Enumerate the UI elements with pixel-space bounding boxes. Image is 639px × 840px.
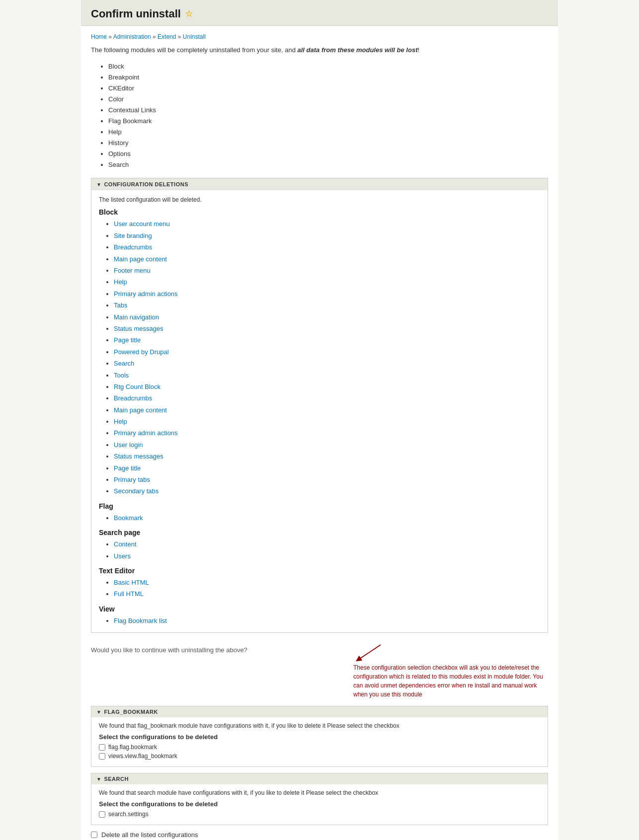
list-item: Primary admin actions xyxy=(114,288,540,300)
list-item: Status messages xyxy=(114,323,540,334)
breadcrumb-home[interactable]: Home xyxy=(91,33,107,40)
list-item: Breadcrumbs xyxy=(114,241,540,253)
config-note: The listed configuration will be deleted… xyxy=(99,196,540,203)
list-item: Primary tabs xyxy=(114,474,540,485)
list-item: Tools xyxy=(114,370,540,381)
star-icon[interactable]: ☆ xyxy=(185,8,193,19)
list-item: User account menu xyxy=(114,218,540,229)
list-item: Search xyxy=(108,159,548,170)
list-item: Help xyxy=(114,276,540,288)
flag-bookmark-checkbox-input-2[interactable] xyxy=(99,753,105,760)
list-item: CKEditor xyxy=(108,83,548,94)
delete-all-label: Delete all the listed configurations xyxy=(101,831,198,839)
list-item: Block xyxy=(108,61,548,72)
search-checkbox-input-1[interactable] xyxy=(99,811,105,818)
list-item: Users xyxy=(114,550,540,562)
delete-all-checkbox[interactable] xyxy=(91,832,97,838)
list-item: Main navigation xyxy=(114,311,540,323)
annotation-arrow xyxy=(353,642,383,662)
breadcrumb-administration[interactable]: Administration xyxy=(113,33,151,40)
list-item: Main page content xyxy=(114,253,540,265)
list-item: Breadcrumbs xyxy=(114,392,540,404)
flag-bookmark-checkbox-2: views.view.flag_bookmark xyxy=(99,753,540,760)
text-editor-items-list: Basic HTML Full HTML xyxy=(99,577,540,600)
page-title: Confirm uninstall ☆ xyxy=(91,7,548,20)
search-select-label: Select the configurations to be deleted xyxy=(99,800,540,808)
search-section-note: We found that search module have configu… xyxy=(99,789,540,796)
flag-bookmark-body: We found that flag_bookmark module have … xyxy=(91,717,548,766)
text-editor-group-title: Text Editor xyxy=(99,567,540,575)
list-item: Tabs xyxy=(114,300,540,311)
breadcrumb-uninstall[interactable]: Uninstall xyxy=(183,33,206,40)
page-content: Home » Administration » Extend » Uninsta… xyxy=(81,26,558,840)
list-item: Rtg Count Block xyxy=(114,381,540,392)
flag-bookmark-header[interactable]: FLAG_BOOKMARK xyxy=(91,706,548,717)
list-item: Contextual Links xyxy=(108,105,548,116)
list-item: Options xyxy=(108,149,548,159)
intro-text: The following modules will be completely… xyxy=(91,45,548,55)
breadcrumb: Home » Administration » Extend » Uninsta… xyxy=(91,33,548,40)
list-item: History xyxy=(108,138,548,149)
svg-line-0 xyxy=(358,645,381,660)
view-group-title: View xyxy=(99,605,540,613)
delete-all-row: Delete all the listed configurations xyxy=(91,831,548,839)
list-item: Full HTML xyxy=(114,588,540,600)
list-item: Site branding xyxy=(114,230,540,241)
list-item: User login xyxy=(114,439,540,451)
flag-bookmark-checkbox-input-1[interactable] xyxy=(99,744,105,751)
list-item: Flag Bookmark list xyxy=(114,615,540,626)
page-wrapper: Confirm uninstall ☆ Home » Administratio… xyxy=(81,0,558,840)
flag-bookmark-checkbox-1: flag.flag.bookmark xyxy=(99,744,540,751)
flag-bookmark-note: We found that flag_bookmark module have … xyxy=(99,722,540,729)
view-items-list: Flag Bookmark list xyxy=(99,615,540,626)
search-checkbox-1: search.settings xyxy=(99,811,540,818)
list-item: Help xyxy=(114,416,540,427)
config-deletions-header[interactable]: CONFIGURATION DELETIONS xyxy=(91,178,548,190)
page-header: Confirm uninstall ☆ xyxy=(81,0,558,26)
search-checkbox-label-1: search.settings xyxy=(108,811,149,818)
breadcrumb-extend[interactable]: Extend xyxy=(158,33,176,40)
list-item: Color xyxy=(108,94,548,105)
flag-bookmark-checkbox-label-1: flag.flag.bookmark xyxy=(108,744,157,751)
config-deletions-section: CONFIGURATION DELETIONS The listed confi… xyxy=(91,178,548,633)
search-section-body: We found that search module have configu… xyxy=(91,784,548,825)
list-item: Search xyxy=(114,358,540,369)
question-text: Would you like to continue with uninstal… xyxy=(91,646,349,654)
list-item: Primary admin actions xyxy=(114,427,540,439)
flag-group-title: Flag xyxy=(99,502,540,510)
search-section: SEARCH We found that search module have … xyxy=(91,773,548,825)
list-item: Status messages xyxy=(114,451,540,462)
list-item: Bookmark xyxy=(114,512,540,524)
list-item: Main page content xyxy=(114,404,540,416)
flag-items-list: Bookmark xyxy=(99,512,540,524)
list-item: Content xyxy=(114,538,540,550)
search-page-items-list: Content Users xyxy=(99,538,540,562)
search-page-group-title: Search page xyxy=(99,529,540,536)
list-item: Footer menu xyxy=(114,265,540,276)
block-items-list: User account menu Site branding Breadcru… xyxy=(99,218,540,497)
config-deletions-body: The listed configuration will be deleted… xyxy=(91,190,548,632)
list-item: Flag Bookmark xyxy=(108,116,548,127)
list-item: Page title xyxy=(114,334,540,346)
annotation-text: These configuration selection checkbox w… xyxy=(349,640,548,701)
block-group-title: Block xyxy=(99,208,540,216)
list-item: Powered by Drupal xyxy=(114,346,540,358)
list-item: Breakpoint xyxy=(108,72,548,83)
list-item: Help xyxy=(108,127,548,138)
flag-bookmark-section: FLAG_BOOKMARK We found that flag_bookmar… xyxy=(91,706,548,767)
page-title-text: Confirm uninstall xyxy=(91,7,181,20)
flag-bookmark-checkbox-label-2: views.view.flag_bookmark xyxy=(108,753,177,760)
list-item: Page title xyxy=(114,462,540,474)
flag-bookmark-select-label: Select the configurations to be deleted xyxy=(99,733,540,741)
list-item: Basic HTML xyxy=(114,577,540,588)
modules-list: Block Breakpoint CKEditor Color Contextu… xyxy=(91,61,548,171)
list-item: Secondary tabs xyxy=(114,485,540,497)
search-section-header[interactable]: SEARCH xyxy=(91,773,548,784)
